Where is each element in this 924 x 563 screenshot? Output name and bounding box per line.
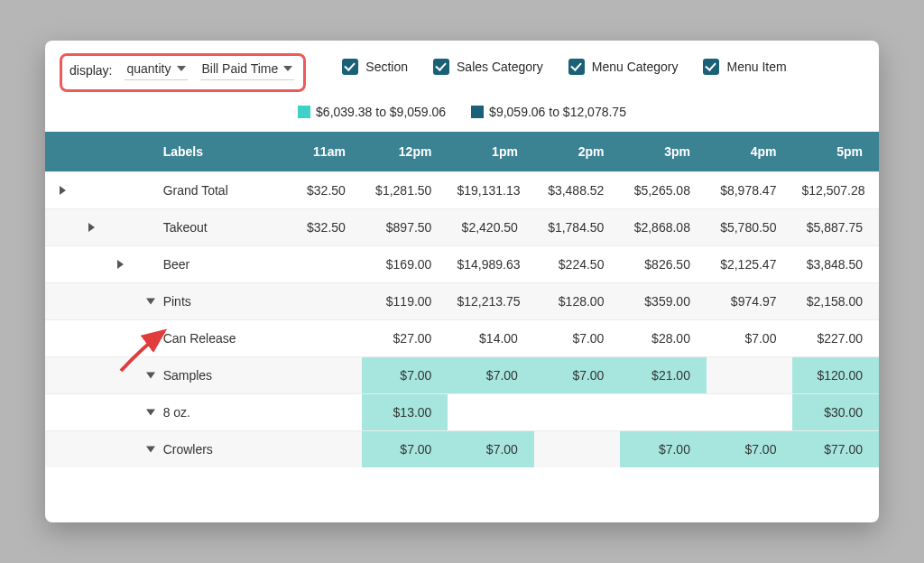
cell: $359.00 xyxy=(620,283,707,320)
cell: $7.00 xyxy=(448,431,534,468)
checkbox-menu-item[interactable]: Menu Item xyxy=(703,59,786,75)
pivot-table: Labels 11am 12pm 1pm 2pm 3pm 4pm 5pm Gra… xyxy=(45,132,879,467)
cell: $169.00 xyxy=(362,246,448,283)
checkbox-section[interactable]: Section xyxy=(342,59,408,75)
row-label: Crowlers xyxy=(154,431,276,468)
checkbox-label: Section xyxy=(365,60,408,74)
cell xyxy=(534,394,621,431)
chevron-right-icon[interactable] xyxy=(117,260,124,269)
cell: $21.00 xyxy=(620,357,707,394)
cell: $224.50 xyxy=(534,246,621,283)
cell: $7.00 xyxy=(362,431,448,468)
expander-cell xyxy=(45,172,154,209)
legend-range-2: $9,059.06 to $12,078.75 xyxy=(471,105,626,119)
checkbox-label: Menu Category xyxy=(592,60,679,74)
checkbox-sales-category[interactable]: Sales Category xyxy=(433,59,543,75)
cell xyxy=(275,394,362,431)
cell xyxy=(275,431,362,468)
col-expander xyxy=(45,132,154,172)
cell: $7.00 xyxy=(362,357,448,394)
expander-cell xyxy=(45,246,154,283)
cell: $119.00 xyxy=(362,283,448,320)
cell: $30.00 xyxy=(792,394,879,431)
row-label: Pints xyxy=(154,283,276,320)
cell: $77.00 xyxy=(792,431,879,468)
table-row: Beer$169.00$14,989.63$224.50$826.50$2,12… xyxy=(45,246,879,283)
table-row: Samples$7.00$7.00$7.00$21.00$120.00 xyxy=(45,357,879,394)
chevron-down-icon[interactable] xyxy=(146,336,155,342)
chevron-down-icon[interactable] xyxy=(146,447,155,453)
expander-cell xyxy=(45,320,154,357)
cell: $8,978.47 xyxy=(707,172,793,209)
cell: $13.00 xyxy=(362,394,448,431)
row-label: 8 oz. xyxy=(154,394,276,431)
cell xyxy=(275,246,362,283)
expander-cell xyxy=(45,357,154,394)
col-3pm[interactable]: 3pm xyxy=(620,132,707,172)
chevron-down-icon[interactable] xyxy=(146,373,155,379)
checkbox-menu-category[interactable]: Menu Category xyxy=(568,59,679,75)
cell: $3,848.50 xyxy=(792,246,879,283)
table-row: 8 oz.$13.00$30.00 xyxy=(45,394,879,431)
cell: $19,131.13 xyxy=(448,172,534,209)
check-icon xyxy=(703,59,719,75)
dropdown-quantity[interactable]: quantity xyxy=(125,60,187,80)
row-label: Grand Total xyxy=(154,172,276,209)
dropdown-quantity-value: quantity xyxy=(126,61,171,76)
table-row: Can Release$27.00$14.00$7.00$28.00$7.00$… xyxy=(45,320,879,357)
row-label: Beer xyxy=(154,246,276,283)
cell xyxy=(707,394,793,431)
cell: $5,780.50 xyxy=(707,209,793,246)
caret-down-icon xyxy=(177,66,186,71)
cell xyxy=(275,357,362,394)
expander-cell xyxy=(45,431,154,468)
check-icon xyxy=(568,59,585,75)
col-1pm[interactable]: 1pm xyxy=(448,132,534,172)
cell: $120.00 xyxy=(792,357,879,394)
cell: $28.00 xyxy=(620,320,707,357)
cell: $14,989.63 xyxy=(448,246,534,283)
cell: $1,281.50 xyxy=(362,172,448,209)
check-icon xyxy=(342,59,358,75)
col-4pm[interactable]: 4pm xyxy=(707,132,793,172)
chevron-down-icon[interactable] xyxy=(146,410,155,416)
chevron-down-icon[interactable] xyxy=(146,299,155,305)
col-12pm[interactable]: 12pm xyxy=(362,132,448,172)
checkbox-label: Sales Category xyxy=(457,60,543,74)
cell: $826.50 xyxy=(620,246,707,283)
cell: $227.00 xyxy=(792,320,879,357)
col-2pm[interactable]: 2pm xyxy=(534,132,621,172)
column-toggles: Section Sales Category Menu Category Men… xyxy=(342,53,786,75)
col-11am[interactable]: 11am xyxy=(275,132,362,172)
chevron-right-icon[interactable] xyxy=(88,223,95,232)
expander-cell xyxy=(45,394,154,431)
cell: $7.00 xyxy=(534,320,621,357)
cell: $7.00 xyxy=(707,320,793,357)
col-5pm[interactable]: 5pm xyxy=(792,132,879,172)
cell xyxy=(275,320,362,357)
swatch-teal-icon xyxy=(298,106,310,118)
expander-cell xyxy=(45,283,154,320)
legend-range-1: $6,039.38 to $9,059.06 xyxy=(298,105,446,119)
cell xyxy=(275,283,362,320)
cell: $2,158.00 xyxy=(792,283,879,320)
dropdown-billpaidtime-value: Bill Paid Time xyxy=(202,61,279,76)
table-row: Pints$119.00$12,213.75$128.00$359.00$974… xyxy=(45,283,879,320)
cell xyxy=(534,431,621,468)
display-label: display: xyxy=(69,63,112,78)
table-row: Grand Total$32.50$1,281.50$19,131.13$3,4… xyxy=(45,172,879,209)
chevron-right-icon[interactable] xyxy=(60,186,66,195)
cell: $1,784.50 xyxy=(534,209,621,246)
cell: $32.50 xyxy=(275,209,362,246)
cell xyxy=(707,357,793,394)
cell: $974.97 xyxy=(707,283,793,320)
cell: $32.50 xyxy=(275,172,362,209)
cell: $12,213.75 xyxy=(448,283,534,320)
cell: $12,507.28 xyxy=(792,172,879,209)
row-label: Samples xyxy=(154,357,276,394)
col-labels[interactable]: Labels xyxy=(154,132,276,172)
cell: $128.00 xyxy=(534,283,621,320)
cell: $7.00 xyxy=(620,431,707,468)
checkbox-label: Menu Item xyxy=(726,60,786,74)
dropdown-bill-paid-time[interactable]: Bill Paid Time xyxy=(200,60,295,80)
